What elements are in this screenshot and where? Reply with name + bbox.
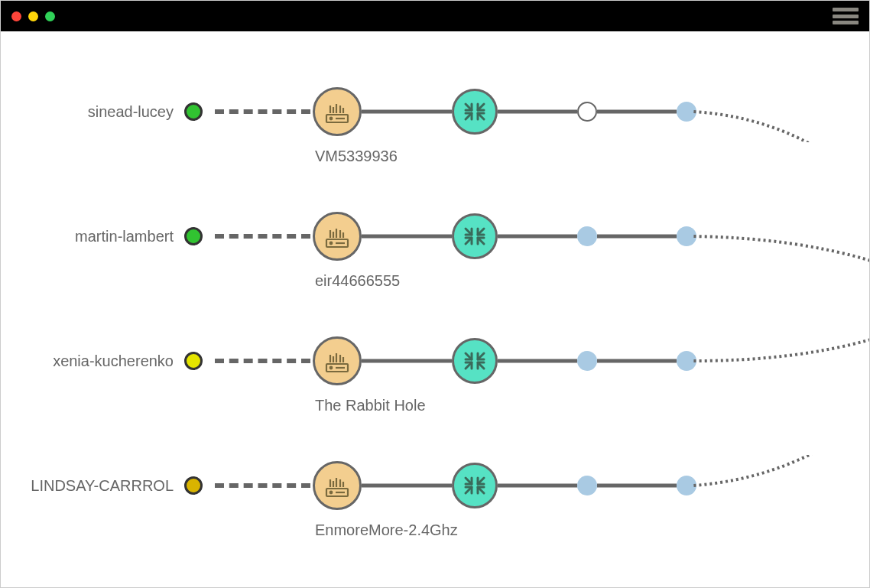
- status-indicator[interactable]: [184, 352, 203, 370]
- connection-segment: [362, 110, 452, 114]
- hop-dot[interactable]: [577, 351, 597, 371]
- collapse-arrows-icon: [461, 223, 489, 250]
- network-row: LINDSAY-CARRROL EnmoreMore-2.4Ghz: [1, 455, 869, 516]
- router-label: The Rabbit Hole: [315, 397, 359, 414]
- host-label: martin-lambert: [75, 228, 174, 245]
- router-icon: [323, 98, 351, 125]
- router-label: eir44666555: [315, 272, 359, 290]
- connection-dashed: [215, 234, 310, 239]
- router-icon: [323, 472, 351, 499]
- hop-dot[interactable]: [577, 102, 597, 122]
- connection-dashed: [215, 359, 310, 363]
- collapse-arrows-icon: [461, 98, 489, 125]
- svg-point-13: [330, 242, 333, 245]
- app-window: sinead-lucey VM5339936: [0, 0, 870, 588]
- router-icon: [323, 223, 351, 250]
- status-indicator[interactable]: [184, 476, 203, 495]
- host-label: LINDSAY-CARRROL: [31, 477, 174, 495]
- hop-dot[interactable]: [677, 476, 696, 495]
- connection-segment: [597, 110, 677, 114]
- router-label: VM5339936: [315, 148, 359, 165]
- network-row: martin-lambert eir44666555: [1, 206, 869, 267]
- collapse-arrows-icon: [461, 347, 489, 375]
- minimize-window-button[interactable]: [28, 11, 38, 21]
- router-node[interactable]: eir44666555: [313, 212, 362, 261]
- hop-dot[interactable]: [677, 351, 696, 371]
- hop-dot[interactable]: [677, 102, 696, 122]
- router-node[interactable]: VM5339936: [313, 87, 362, 136]
- network-diagram: sinead-lucey VM5339936: [1, 31, 869, 587]
- hop-node[interactable]: [452, 213, 498, 259]
- collapse-arrows-icon: [461, 472, 489, 499]
- host-label: sinead-lucey: [88, 103, 174, 121]
- menu-button[interactable]: [833, 8, 859, 24]
- connection-segment: [362, 484, 452, 488]
- hop-dot[interactable]: [577, 476, 597, 495]
- connection-segment: [498, 235, 577, 239]
- connection-dashed: [215, 109, 310, 114]
- close-window-button[interactable]: [11, 11, 21, 21]
- traffic-lights: [11, 11, 55, 21]
- hop-node[interactable]: [452, 338, 498, 384]
- status-indicator[interactable]: [184, 102, 203, 121]
- connection-segment: [597, 359, 677, 363]
- router-icon: [323, 347, 351, 375]
- router-node[interactable]: The Rabbit Hole: [313, 336, 362, 385]
- status-indicator[interactable]: [184, 227, 203, 245]
- connection-segment: [498, 110, 577, 114]
- connection-segment: [362, 359, 452, 363]
- connection-segment: [362, 235, 452, 239]
- zoom-window-button[interactable]: [45, 11, 55, 21]
- host-label: xenia-kucherenko: [53, 352, 174, 370]
- router-node[interactable]: EnmoreMore-2.4Ghz: [313, 461, 362, 510]
- connection-segment: [597, 484, 677, 488]
- svg-point-1: [330, 118, 333, 120]
- title-bar: [1, 1, 869, 31]
- hop-node[interactable]: [452, 89, 498, 135]
- svg-point-37: [330, 492, 333, 494]
- network-row: sinead-lucey VM5339936: [1, 81, 869, 142]
- network-row: xenia-kucherenko The Rabbit Hole: [1, 330, 869, 391]
- connection-segment: [597, 235, 677, 239]
- connection-segment: [498, 359, 577, 363]
- hop-dot[interactable]: [577, 226, 597, 246]
- svg-point-25: [330, 367, 333, 369]
- hop-node[interactable]: [452, 463, 498, 508]
- hop-dot[interactable]: [677, 226, 696, 246]
- connection-dashed: [215, 483, 310, 488]
- connection-segment: [498, 484, 577, 488]
- router-label: EnmoreMore-2.4Ghz: [315, 521, 359, 539]
